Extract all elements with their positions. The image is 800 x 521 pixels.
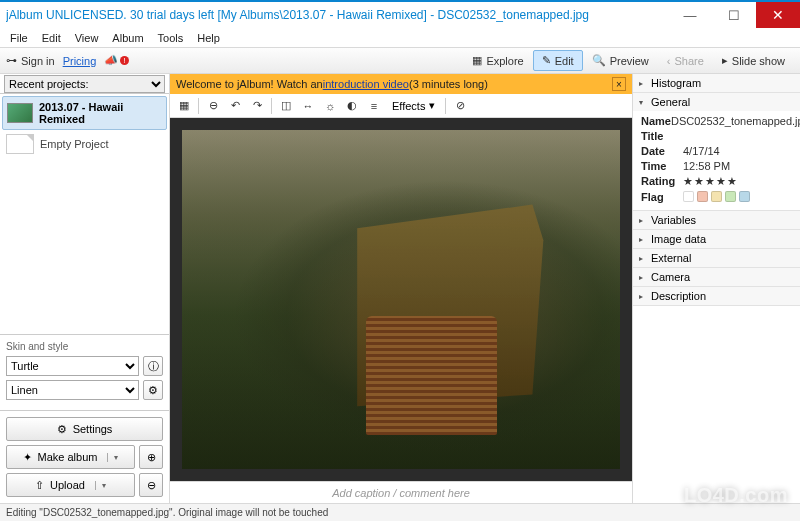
- grid-view-button[interactable]: ▦: [174, 96, 194, 116]
- time-value: 12:58 PM: [683, 160, 730, 172]
- crop-button[interactable]: ◫: [276, 96, 296, 116]
- style-select[interactable]: Linen: [6, 380, 139, 400]
- zoom-in-icon: ⊕: [147, 451, 156, 464]
- levels-button[interactable]: ≡: [364, 96, 384, 116]
- straighten-button[interactable]: ↔: [298, 96, 318, 116]
- banner-suffix: (3 minutes long): [409, 78, 488, 90]
- close-button[interactable]: ✕: [756, 2, 800, 28]
- recent-projects-select[interactable]: Recent projects:: [4, 75, 165, 93]
- acc-image-data[interactable]: ▸Image data: [633, 230, 800, 248]
- settings-button[interactable]: ⚙ Settings: [6, 417, 163, 441]
- statusbar: Editing "DSC02532_tonemapped.jpg". Origi…: [0, 503, 800, 521]
- explore-tab[interactable]: ▦ Explore: [463, 50, 532, 71]
- pencil-icon: ✎: [542, 54, 551, 67]
- skin-section-label: Skin and style: [6, 341, 163, 352]
- acc-camera[interactable]: ▸Camera: [633, 268, 800, 286]
- canvas[interactable]: [170, 118, 632, 481]
- slideshow-tab[interactable]: ▸ Slide show: [713, 50, 794, 71]
- rotate-right-button[interactable]: ↷: [247, 96, 267, 116]
- project-name: 2013.07 - Hawaii Remixed: [39, 101, 162, 125]
- menu-edit[interactable]: Edit: [36, 30, 67, 46]
- pricing-link[interactable]: Pricing: [63, 55, 97, 67]
- acc-variables[interactable]: ▸Variables: [633, 211, 800, 229]
- acc-description[interactable]: ▸Description: [633, 287, 800, 305]
- flag-swatch[interactable]: [711, 191, 722, 202]
- edit-toolbar: ▦ ⊖ ↶ ↷ ◫ ↔ ☼ ◐ ≡ Effects ▾ ⊘: [170, 94, 632, 118]
- flag-swatch[interactable]: [683, 191, 694, 202]
- cart-button[interactable]: 📣 !: [104, 54, 128, 67]
- signin-button[interactable]: ⊶ Sign in: [6, 54, 55, 67]
- menu-help[interactable]: Help: [191, 30, 226, 46]
- grid-icon: ▦: [179, 99, 189, 112]
- share-tab[interactable]: ‹ Share: [658, 51, 713, 71]
- make-album-button[interactable]: ✦ Make album ▾: [6, 445, 135, 469]
- wand-icon: ✦: [23, 451, 32, 464]
- project-thumb: [7, 103, 33, 123]
- magnifier-icon: 🔍: [592, 54, 606, 67]
- preview-tab[interactable]: 🔍 Preview: [583, 50, 658, 71]
- acc-label: External: [651, 252, 691, 264]
- chevron-right-icon: ▸: [639, 292, 647, 301]
- contrast-icon: ◐: [347, 99, 357, 112]
- rating-stars[interactable]: ★★★★★: [683, 175, 738, 188]
- chevron-right-icon: ▸: [639, 235, 647, 244]
- brightness-button[interactable]: ☼: [320, 96, 340, 116]
- project-thumb: [6, 134, 34, 154]
- make-album-label: Make album: [38, 451, 98, 463]
- flag-swatch[interactable]: [725, 191, 736, 202]
- maximize-button[interactable]: ☐: [712, 2, 756, 28]
- title-key: Title: [641, 130, 683, 142]
- zoom-in-button[interactable]: ⊕: [139, 445, 163, 469]
- banner-close-button[interactable]: ×: [612, 77, 626, 91]
- acc-external[interactable]: ▸External: [633, 249, 800, 267]
- style-settings-button[interactable]: ⚙: [143, 380, 163, 400]
- explore-label: Explore: [486, 55, 523, 67]
- upload-label: Upload: [50, 479, 85, 491]
- reset-button[interactable]: ⊘: [450, 96, 470, 116]
- left-sidebar: Recent projects: 2013.07 - Hawaii Remixe…: [0, 74, 170, 503]
- acc-general[interactable]: ▾General: [633, 93, 800, 111]
- upload-button[interactable]: ⇧ Upload ▾: [6, 473, 135, 497]
- status-text: Editing "DSC02532_tonemapped.jpg". Origi…: [6, 507, 328, 518]
- acc-label: Histogram: [651, 77, 701, 89]
- menu-album[interactable]: Album: [106, 30, 149, 46]
- caption-placeholder: Add caption / comment here: [332, 487, 470, 499]
- editor-area: Welcome to jAlbum! Watch an introduction…: [170, 74, 632, 503]
- contrast-button[interactable]: ◐: [342, 96, 362, 116]
- date-key: Date: [641, 145, 683, 157]
- edit-tab[interactable]: ✎ Edit: [533, 50, 583, 71]
- flag-swatch[interactable]: [697, 191, 708, 202]
- info-icon: ⓘ: [148, 359, 159, 374]
- project-item[interactable]: Empty Project: [2, 130, 167, 158]
- separator: [198, 98, 199, 114]
- minus-circle-icon: ⊖: [209, 99, 218, 112]
- cart-badge: !: [120, 56, 128, 65]
- flag-key: Flag: [641, 191, 683, 203]
- skin-info-button[interactable]: ⓘ: [143, 356, 163, 376]
- flag-swatches: [683, 191, 750, 203]
- skin-select[interactable]: Turtle: [6, 356, 139, 376]
- chevron-down-icon[interactable]: ▾: [95, 481, 106, 490]
- name-value: DSC02532_tonemapped.jpg: [671, 115, 800, 127]
- no-entry-button[interactable]: ⊖: [203, 96, 223, 116]
- acc-label: Variables: [651, 214, 696, 226]
- menu-tools[interactable]: Tools: [152, 30, 190, 46]
- effects-dropdown[interactable]: Effects ▾: [386, 99, 441, 112]
- rating-key: Rating: [641, 175, 683, 188]
- gear-icon: ⚙: [57, 423, 67, 436]
- menu-file[interactable]: File: [4, 30, 34, 46]
- flag-swatch[interactable]: [739, 191, 750, 202]
- separator: [271, 98, 272, 114]
- caption-input[interactable]: Add caption / comment here: [170, 481, 632, 503]
- levels-icon: ≡: [371, 100, 377, 112]
- acc-histogram[interactable]: ▸Histogram: [633, 74, 800, 92]
- chevron-down-icon[interactable]: ▾: [107, 453, 118, 462]
- intro-video-link[interactable]: introduction video: [323, 78, 409, 90]
- rotate-left-button[interactable]: ↶: [225, 96, 245, 116]
- zoom-out-button[interactable]: ⊖: [139, 473, 163, 497]
- sidebar-actions: ⚙ Settings ✦ Make album ▾ ⊕ ⇧ Upload ▾ ⊖: [0, 410, 169, 503]
- menu-view[interactable]: View: [69, 30, 105, 46]
- project-item[interactable]: 2013.07 - Hawaii Remixed: [2, 96, 167, 130]
- project-name: Empty Project: [40, 138, 108, 150]
- minimize-button[interactable]: —: [668, 2, 712, 28]
